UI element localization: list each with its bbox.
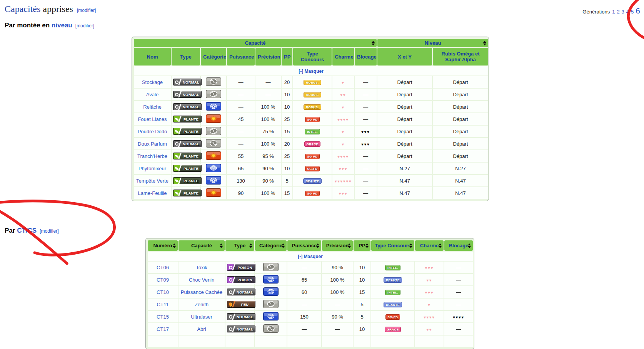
- column-header-puissance[interactable]: Puissance: [227, 48, 255, 65]
- contest-type-badge-intel[interactable]: INTEL.: [385, 290, 400, 295]
- contest-type-badge-grace[interactable]: GRACE: [385, 327, 401, 332]
- column-header-charme[interactable]: Charme: [332, 48, 354, 65]
- column-header-type-concours[interactable]: Type Concours: [371, 240, 414, 251]
- generation-link-3[interactable]: 3: [622, 9, 624, 15]
- ct-number-link[interactable]: CT06: [157, 265, 169, 270]
- sort-icon[interactable]: [249, 243, 252, 248]
- column-header-x-et-y[interactable]: X et Y: [377, 48, 432, 65]
- type-badge-normal[interactable]: NORMAL: [173, 140, 202, 147]
- contest-type-badge-sgfd[interactable]: SG-FD: [305, 166, 320, 171]
- column-header-pp[interactable]: PP: [354, 240, 370, 251]
- contest-type-badge-robus[interactable]: ROBUS.: [304, 80, 321, 85]
- contest-type-badge-robus[interactable]: ROBUS.: [304, 104, 321, 110]
- contest-type-badge-robus[interactable]: ROBUS.: [304, 92, 321, 97]
- column-header-charme[interactable]: Charme: [415, 240, 444, 251]
- contest-type-badge-beaute[interactable]: BEAUTE: [384, 277, 402, 283]
- move-name-link[interactable]: Avale: [146, 92, 158, 97]
- type-badge-plante[interactable]: PLANTE: [173, 116, 202, 122]
- toggle-masquer-link[interactable]: [-] Masquer: [299, 69, 324, 74]
- move-name-link[interactable]: Ultralaser: [191, 314, 212, 320]
- column-header-capacit-[interactable]: Capacité: [179, 240, 225, 251]
- sort-icon[interactable]: [468, 243, 471, 248]
- type-badge-poison[interactable]: POISON: [227, 264, 255, 271]
- type-badge-normal[interactable]: NORMAL: [227, 289, 255, 295]
- contest-type-badge-intel[interactable]: INTEL.: [385, 265, 400, 270]
- generation-link-4[interactable]: 4: [626, 9, 629, 15]
- move-name-link[interactable]: Phytomixeur: [138, 166, 166, 171]
- category-icon-physique[interactable]: [206, 192, 221, 198]
- category-icon-statut[interactable]: [263, 328, 279, 334]
- sort-icon[interactable]: [173, 243, 176, 248]
- type-badge-plante[interactable]: PLANTE: [173, 165, 202, 172]
- column-header-pr-cision[interactable]: Précision: [322, 240, 353, 251]
- move-name-link[interactable]: Doux Parfum: [138, 141, 167, 147]
- move-name-link[interactable]: Stockage: [142, 79, 163, 85]
- category-icon-special[interactable]: [206, 180, 221, 186]
- type-badge-feu[interactable]: FEU: [227, 301, 255, 308]
- category-icon-special[interactable]: [263, 316, 279, 322]
- type-badge-poison[interactable]: POISON: [227, 276, 255, 283]
- type-badge-normal[interactable]: NORMAL: [227, 326, 255, 332]
- move-name-link[interactable]: Tempête Verte: [136, 178, 169, 184]
- category-icon-special[interactable]: [206, 106, 221, 112]
- sort-icon[interactable]: [372, 41, 375, 45]
- contest-type-badge-sgfd[interactable]: SG-FD: [305, 191, 320, 196]
- column-header-cat-gorie[interactable]: Catégorie: [255, 240, 287, 251]
- ct-number-link[interactable]: CT15: [157, 314, 169, 320]
- contest-type-badge-sgfd[interactable]: SG-FD: [305, 154, 320, 159]
- category-icon-statut[interactable]: [263, 267, 279, 272]
- column-header-pr-cision[interactable]: Précision: [255, 48, 281, 65]
- column-header-cat-gorie[interactable]: Catégorie: [201, 48, 226, 65]
- generation-link-2[interactable]: 2: [617, 9, 619, 15]
- contest-type-badge-sgfd[interactable]: SG-FD: [305, 117, 320, 122]
- move-name-link[interactable]: Abri: [197, 326, 206, 332]
- contest-type-badge-beaute[interactable]: BEAUTE: [303, 178, 321, 184]
- sort-icon[interactable]: [282, 243, 285, 248]
- ct-number-link[interactable]: CT11: [157, 302, 169, 307]
- column-header-type-concours[interactable]: Type Concours: [293, 48, 332, 65]
- type-badge-normal[interactable]: NORMAL: [227, 313, 255, 320]
- sort-icon[interactable]: [348, 243, 351, 248]
- title-link[interactable]: Capacités: [5, 4, 40, 14]
- sort-icon[interactable]: [316, 243, 319, 248]
- column-header-pp[interactable]: PP: [282, 48, 292, 65]
- column-header-num-ro[interactable]: Numéro: [148, 240, 178, 251]
- column-header-puissance[interactable]: Puissance: [287, 240, 321, 251]
- move-name-link[interactable]: Fouet Lianes: [138, 116, 167, 122]
- ct-number-link[interactable]: CT17: [157, 326, 169, 332]
- group-header-capacité[interactable]: Capacité: [134, 39, 377, 47]
- column-header-type[interactable]: Type: [172, 48, 200, 65]
- category-icon-special[interactable]: [263, 279, 279, 285]
- generation-link-1[interactable]: 1: [612, 9, 615, 15]
- ct-number-link[interactable]: CT10: [157, 289, 169, 295]
- sort-icon[interactable]: [439, 243, 442, 248]
- type-badge-normal[interactable]: NORMAL: [173, 103, 202, 110]
- category-icon-statut[interactable]: [206, 131, 221, 136]
- column-header-rubis-om-ga-et-saphir-alpha[interactable]: Rubis Oméga et Saphir Alpha: [433, 48, 488, 65]
- category-icon-statut[interactable]: [263, 304, 279, 309]
- type-badge-normal[interactable]: NORMAL: [173, 79, 202, 86]
- move-name-link[interactable]: Choc Venin: [189, 277, 215, 283]
- column-header-nom[interactable]: Nom: [134, 48, 171, 65]
- ct-number-link[interactable]: CT09: [157, 277, 169, 283]
- category-icon-physique[interactable]: [206, 118, 221, 124]
- type-badge-plante[interactable]: PLANTE: [173, 128, 202, 135]
- type-badge-plante[interactable]: PLANTE: [173, 190, 202, 196]
- category-icon-statut[interactable]: [206, 143, 221, 149]
- type-badge-plante[interactable]: PLANTE: [173, 177, 202, 184]
- generation-link-current[interactable]: 6: [636, 6, 640, 15]
- contest-type-badge-sgfd[interactable]: SG-FD: [385, 314, 400, 320]
- modifier-link-niveau[interactable]: [modifier]: [75, 23, 94, 29]
- move-name-link[interactable]: Zénith: [195, 302, 209, 307]
- category-icon-special[interactable]: [206, 168, 221, 173]
- column-header-blocage[interactable]: Blocage: [444, 240, 473, 251]
- type-badge-plante[interactable]: PLANTE: [173, 153, 202, 159]
- sort-icon[interactable]: [409, 243, 412, 248]
- group-header-niveau[interactable]: Niveau: [377, 39, 488, 47]
- move-name-link[interactable]: Toxik: [196, 265, 207, 270]
- niveau-link[interactable]: niveau: [52, 22, 72, 29]
- column-header-type[interactable]: Type: [225, 240, 254, 251]
- category-icon-special[interactable]: [263, 291, 279, 297]
- contest-type-badge-intel[interactable]: INTEL.: [305, 129, 320, 134]
- move-name-link[interactable]: Poudre Dodo: [138, 129, 167, 134]
